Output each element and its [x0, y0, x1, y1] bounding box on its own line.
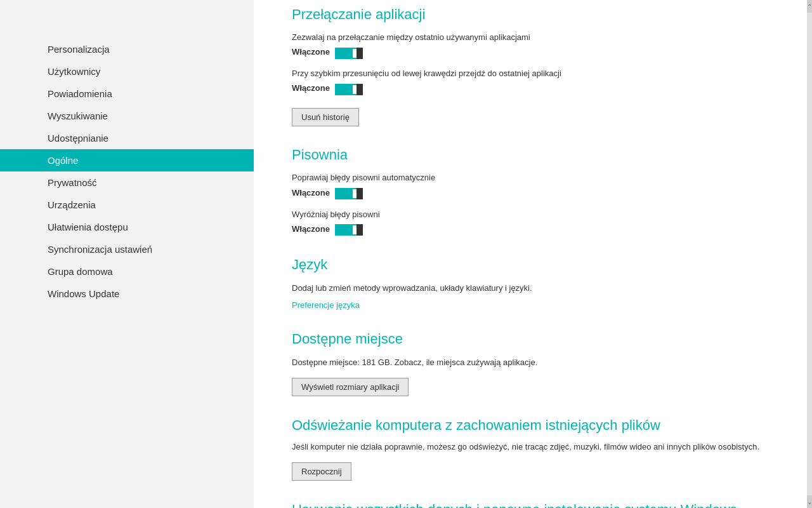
sidebar: PersonalizacjaUżytkownicyPowiadomieniaWy… — [0, 0, 254, 508]
sidebar-item-powiadomienia[interactable]: Powiadomienia — [48, 83, 254, 105]
sidebar-item-wyszukiwanie[interactable]: Wyszukiwanie — [48, 105, 254, 127]
toggle-row-pisownia-0: Poprawiaj błędy pisowni automatycznieWłą… — [292, 172, 769, 199]
section-link-jezyk[interactable]: Preferencje języka — [292, 300, 360, 310]
toggle-row-przelaczanie-aplikacji-1: Przy szybkim przesunięciu od lewej krawę… — [292, 68, 769, 95]
toggle-switch-przelaczanie-aplikacji-0[interactable] — [335, 48, 363, 59]
toggle-switch-pisownia-1[interactable] — [335, 224, 363, 236]
sections-container: Przełączanie aplikacjiZezwalaj na przełą… — [292, 6, 769, 508]
section-title-usuwanie-danych: Usuwanie wszystkich danych i ponowne ins… — [292, 501, 769, 508]
toggle-container-przelaczanie-aplikacji-1: Włączone — [292, 83, 769, 95]
sidebar-item-uzytkownicy[interactable]: Użytkownicy — [48, 60, 254, 83]
section-button-przelaczanie-aplikacji[interactable]: Usuń historię — [292, 108, 359, 126]
scroll-up-button[interactable]: ⌃ — [807, 0, 812, 13]
toggle-container-pisownia-0: Włączone — [292, 188, 769, 200]
sidebar-item-ulatwienia-dostepu[interactable]: Ułatwienia dostępu — [48, 216, 254, 238]
toggle-row-przelaczanie-aplikacji-0: Zezwalaj na przełączanie między ostatnio… — [292, 32, 769, 59]
sidebar-item-udostepnianie[interactable]: Udostępnianie — [48, 127, 254, 149]
sidebar-item-grupa-domowa[interactable]: Grupa domowa — [48, 260, 254, 283]
section-title-odswiez-komputer: Odświeżanie komputera z zachowaniem istn… — [292, 417, 769, 435]
toggle-label-przelaczanie-aplikacji-0: Włączone — [292, 47, 330, 57]
section-title-pisownia: Pisownia — [292, 147, 769, 163]
section-desc-jezyk: Dodaj lub zmień metody wprowadzania, ukł… — [292, 282, 769, 295]
sidebar-item-personalizacja[interactable]: Personalizacja — [48, 38, 254, 60]
toggle-label-pisownia-0: Włączone — [292, 188, 330, 197]
section-desc-dostepne-miejsce: Dostępne miejsce: 181 GB. Zobacz, ile mi… — [292, 356, 769, 369]
toggle-container-przelaczanie-aplikacji-0: Włączone — [292, 47, 769, 59]
section-usuwanie-danych: Usuwanie wszystkich danych i ponowne ins… — [292, 501, 769, 508]
section-jezyk: JęzykDodaj lub zmień metody wprowadzania… — [292, 257, 769, 311]
section-button-odswiez-komputer[interactable]: Rozpocznij — [292, 462, 351, 481]
section-desc-odswiez-komputer: Jeśli komputer nie działa poprawnie, moż… — [292, 441, 769, 453]
section-title-dostepne-miejsce: Dostępne miejsce — [292, 331, 769, 347]
section-pisownia: PisowniaPoprawiaj błędy pisowni automaty… — [292, 147, 769, 236]
toggle-switch-pisownia-0[interactable] — [335, 188, 363, 199]
toggle-row-pisownia-1: Wyróżniaj błędy pisowniWłączone — [292, 209, 769, 236]
toggle-switch-przelaczanie-aplikacji-1[interactable] — [335, 84, 363, 95]
section-odswiez-komputer: Odświeżanie komputera z zachowaniem istn… — [292, 417, 769, 481]
toggle-container-pisownia-1: Włączone — [292, 224, 769, 236]
toggle-label-pisownia-1: Włączone — [292, 224, 330, 234]
sidebar-item-urzadzenia[interactable]: Urządzenia — [48, 194, 254, 216]
section-przelaczanie-aplikacji: Przełączanie aplikacjiZezwalaj na przełą… — [292, 6, 769, 126]
scrollbar: ⌃ ⌄ — [807, 0, 812, 508]
toggle-desc-pisownia-0: Poprawiaj błędy pisowni automatycznie — [292, 172, 769, 184]
section-dostepne-miejsce: Dostępne miejsceDostępne miejsce: 181 GB… — [292, 331, 769, 396]
section-button-dostepne-miejsce[interactable]: Wyświetl rozmiary aplikacji — [292, 378, 409, 396]
sidebar-nav: PersonalizacjaUżytkownicyPowiadomieniaWy… — [48, 38, 254, 305]
toggle-desc-przelaczanie-aplikacji-1: Przy szybkim przesunięciu od lewej krawę… — [292, 68, 769, 79]
scroll-down-button[interactable]: ⌄ — [807, 495, 812, 508]
sidebar-item-synchronizacja-ustawien[interactable]: Synchronizacja ustawień — [48, 238, 254, 260]
section-title-jezyk: Język — [292, 257, 769, 273]
sidebar-item-ogolne[interactable]: Ogólne — [0, 149, 254, 171]
sidebar-item-prywatnosc[interactable]: Prywatność — [48, 171, 254, 194]
sidebar-item-windows-update[interactable]: Windows Update — [48, 283, 254, 305]
section-title-przelaczanie-aplikacji: Przełączanie aplikacji — [292, 6, 769, 23]
toggle-desc-przelaczanie-aplikacji-0: Zezwalaj na przełączanie między ostatnio… — [292, 32, 769, 43]
toggle-desc-pisownia-1: Wyróżniaj błędy pisowni — [292, 209, 769, 220]
toggle-label-przelaczanie-aplikacji-1: Włączone — [292, 83, 330, 93]
main-content: Przełączanie aplikacjiZezwalaj na przełą… — [254, 0, 807, 508]
